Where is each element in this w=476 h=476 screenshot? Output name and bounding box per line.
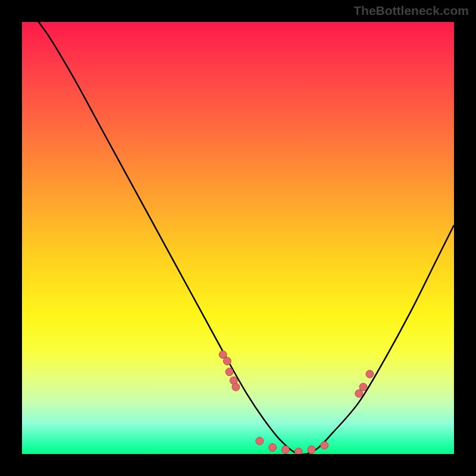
data-point bbox=[223, 357, 231, 365]
chart-svg bbox=[22, 22, 454, 454]
data-point bbox=[232, 383, 240, 391]
data-markers bbox=[219, 351, 374, 454]
data-point bbox=[256, 437, 264, 445]
watermark-text: TheBottleneck.com bbox=[353, 4, 469, 18]
data-point bbox=[366, 370, 374, 378]
data-point bbox=[295, 448, 302, 454]
data-point bbox=[269, 444, 277, 452]
data-point bbox=[226, 368, 233, 376]
data-point bbox=[281, 446, 289, 453]
plot-area bbox=[22, 22, 454, 454]
data-point bbox=[308, 446, 315, 453]
data-point bbox=[359, 383, 367, 391]
data-point bbox=[321, 441, 328, 449]
